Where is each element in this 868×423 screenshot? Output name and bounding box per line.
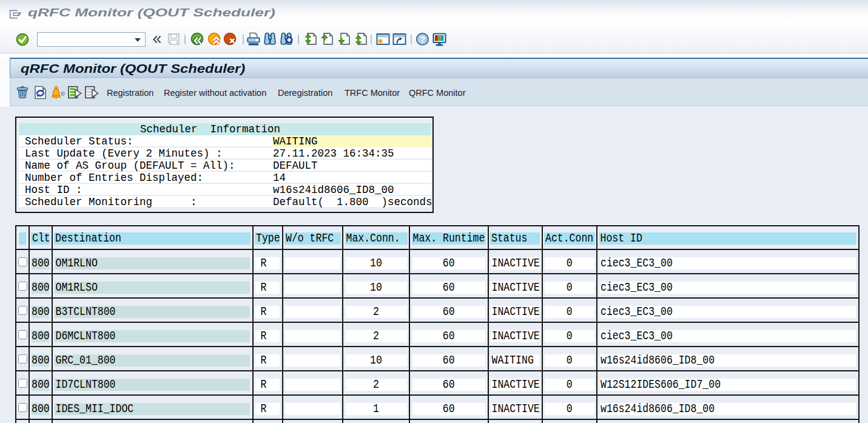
svg-text:?: ?	[420, 34, 425, 44]
